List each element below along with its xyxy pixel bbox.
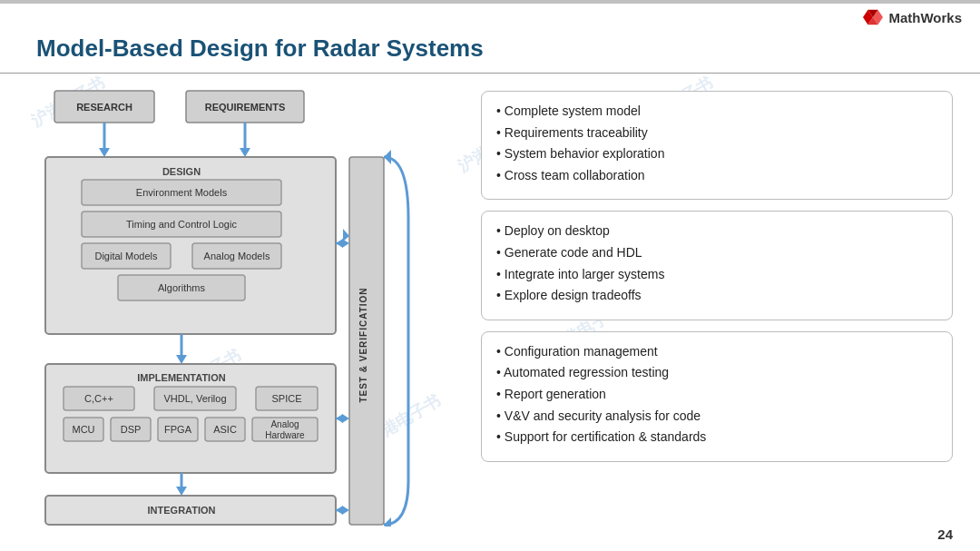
bullet-item: V&V and security analysis for code [496, 408, 937, 426]
bullet-list-2: Deploy on desktop Generate code and HDL … [496, 222, 937, 304]
bullet-item: Integrate into larger systems [496, 266, 937, 284]
svg-text:DESIGN: DESIGN [162, 166, 201, 177]
bullet-item: Report generation [496, 386, 937, 404]
svg-text:Analog: Analog [270, 419, 299, 429]
bullet-item: Deploy on desktop [496, 222, 937, 241]
svg-text:TEST & VERIFICATION: TEST & VERIFICATION [358, 287, 368, 402]
svg-marker-9 [99, 148, 110, 157]
bullet-box-2: Deploy on desktop Generate code and HDL … [481, 211, 953, 320]
svg-marker-11 [240, 148, 250, 157]
bullet-item: Cross team collaboration [496, 167, 937, 185]
bullet-list-3: Configuration management Automated regre… [496, 343, 937, 447]
bullet-item: System behavior exploration [496, 145, 937, 163]
bullet-item: Requirements traceability [496, 124, 937, 143]
content-area: RESEARCH REQUIREMENTS DESIGN Environment… [27, 82, 953, 524]
svg-text:IMPLEMENTATION: IMPLEMENTATION [137, 372, 225, 383]
svg-text:MCU: MCU [72, 424, 94, 435]
diagram-area: RESEARCH REQUIREMENTS DESIGN Environment… [27, 82, 463, 524]
svg-text:Hardware: Hardware [265, 430, 305, 440]
bullet-item: Generate code and HDL [496, 244, 937, 262]
bullet-list-1: Complete system model Requirements trace… [496, 103, 937, 184]
svg-text:Digital Models: Digital Models [94, 251, 158, 261]
logo-area: MathWorks [863, 7, 962, 27]
title-divider [0, 73, 980, 74]
bullet-item: Explore design tradeoffs [496, 287, 937, 305]
svg-text:REQUIREMENTS: REQUIREMENTS [205, 102, 286, 113]
svg-marker-53 [336, 239, 343, 248]
bullet-item: Configuration management [496, 343, 937, 361]
bullet-item: Complete system model [496, 103, 937, 121]
svg-text:Timing and Control Logic: Timing and Control Logic [126, 219, 237, 230]
svg-text:C,C++: C,C++ [84, 393, 113, 404]
mathworks-logo-icon [863, 7, 883, 27]
svg-text:VHDL, Verilog: VHDL, Verilog [163, 393, 226, 404]
svg-marker-55 [342, 414, 349, 423]
svg-text:Analog Models: Analog Models [204, 251, 270, 261]
svg-text:ASIC: ASIC [213, 424, 237, 435]
bullet-box-1: Complete system model Requirements trace… [481, 91, 953, 200]
svg-marker-58 [342, 506, 349, 515]
svg-text:INTEGRATION: INTEGRATION [148, 505, 216, 516]
svg-text:Environment Models: Environment Models [136, 187, 228, 198]
svg-text:RESEARCH: RESEARCH [76, 102, 132, 113]
slide-title: Model-Based Design for Radar Systems [36, 34, 484, 63]
bullet-box-3: Configuration management Automated regre… [481, 331, 953, 462]
svg-marker-59 [336, 506, 343, 515]
svg-text:DSP: DSP [121, 424, 142, 435]
mathworks-logo-text: MathWorks [888, 10, 962, 25]
bullet-item: Support for certification & standards [496, 428, 937, 447]
svg-marker-56 [336, 414, 343, 423]
slide: 沪港电子书 沪港电子书 沪港电子书 沪港电子书 沪港电子书 沪港电子书 沪港电子… [0, 0, 980, 551]
diagram-svg: RESEARCH REQUIREMENTS DESIGN Environment… [27, 82, 463, 526]
svg-marker-46 [176, 487, 187, 496]
svg-text:SPICE: SPICE [271, 393, 301, 404]
svg-marker-61 [384, 150, 391, 164]
page-number: 24 [937, 526, 953, 542]
top-border [0, 0, 980, 4]
bullets-area: Complete system model Requirements trace… [481, 82, 953, 524]
svg-marker-25 [176, 355, 187, 364]
bullet-item: Automated regression testing [496, 364, 937, 382]
svg-marker-60 [384, 517, 391, 526]
svg-text:Algorithms: Algorithms [158, 282, 205, 293]
svg-text:FPGA: FPGA [164, 424, 192, 435]
